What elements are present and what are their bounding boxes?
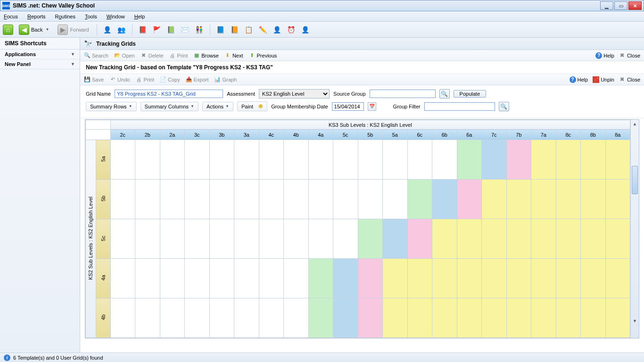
cell[interactable] bbox=[160, 298, 185, 338]
print-button[interactable]: 🖨Print bbox=[169, 52, 188, 59]
actions-dropdown[interactable]: Actions▼ bbox=[202, 102, 233, 111]
assessment-select[interactable]: KS2 English Level bbox=[259, 89, 330, 99]
cell[interactable] bbox=[482, 180, 507, 219]
col-header-5a[interactable]: 5a bbox=[383, 130, 408, 140]
minimize-button[interactable]: ▁ bbox=[600, 1, 613, 10]
group-filter-input[interactable] bbox=[424, 102, 495, 111]
cell[interactable] bbox=[457, 259, 482, 298]
col-header-3c[interactable]: 3c bbox=[185, 130, 210, 140]
toolbar-icon-7[interactable]: 👫 bbox=[194, 24, 205, 35]
cell[interactable] bbox=[556, 180, 581, 219]
cell[interactable] bbox=[531, 259, 556, 298]
cell[interactable] bbox=[358, 259, 383, 298]
cell[interactable] bbox=[605, 219, 630, 259]
populate-button[interactable]: Populate bbox=[454, 90, 486, 98]
toolbar-icon-11[interactable]: ✏️ bbox=[257, 24, 269, 35]
cell[interactable] bbox=[457, 298, 482, 338]
cell[interactable] bbox=[259, 298, 284, 338]
help-link[interactable]: ?Help bbox=[595, 52, 614, 59]
cell[interactable] bbox=[185, 180, 210, 219]
cell[interactable] bbox=[407, 219, 432, 259]
cell[interactable] bbox=[259, 259, 284, 298]
cell[interactable] bbox=[581, 219, 606, 259]
cell[interactable] bbox=[383, 298, 408, 338]
delete-button[interactable]: ✖Delete bbox=[140, 52, 164, 59]
cell[interactable] bbox=[308, 219, 333, 259]
col-header-6c[interactable]: 6c bbox=[407, 130, 432, 140]
cell[interactable] bbox=[407, 140, 432, 180]
cell[interactable] bbox=[234, 140, 259, 180]
cell[interactable] bbox=[160, 219, 185, 259]
cell[interactable] bbox=[308, 140, 333, 180]
cell[interactable] bbox=[482, 298, 507, 338]
cell[interactable] bbox=[333, 180, 358, 219]
cell[interactable] bbox=[333, 219, 358, 259]
toolbar-icon-5[interactable]: 📗 bbox=[165, 24, 177, 35]
cell[interactable] bbox=[432, 180, 457, 219]
toolbar-icon-12[interactable]: 👤 bbox=[272, 24, 283, 35]
cell[interactable] bbox=[135, 140, 160, 180]
toolbar-icon-10[interactable]: 📋 bbox=[243, 24, 255, 35]
col-header-7c[interactable]: 7c bbox=[482, 130, 507, 140]
close-link-2[interactable]: ✖Close bbox=[619, 76, 640, 83]
cell[interactable] bbox=[531, 140, 556, 180]
row-header-4b[interactable]: 4b bbox=[96, 298, 110, 338]
cell[interactable] bbox=[209, 298, 234, 338]
vertical-scrollbar[interactable]: ▲ ▼ bbox=[630, 120, 639, 338]
cell[interactable] bbox=[185, 298, 210, 338]
toolbar-icon-1[interactable]: 👤 bbox=[102, 24, 113, 35]
cell[interactable] bbox=[209, 140, 234, 180]
cell[interactable] bbox=[185, 219, 210, 259]
cell[interactable] bbox=[259, 180, 284, 219]
toolbar-icon-9[interactable]: 📙 bbox=[229, 24, 240, 35]
cell[interactable] bbox=[383, 140, 408, 180]
undo-button[interactable]: ↶Undo bbox=[109, 76, 130, 83]
cell[interactable] bbox=[482, 140, 507, 180]
sidebar-item-new-panel[interactable]: New Panel ▼ bbox=[0, 59, 80, 69]
forward-button[interactable]: ▶ Forward bbox=[55, 24, 91, 36]
col-header-5b[interactable]: 5b bbox=[358, 130, 383, 140]
cell[interactable] bbox=[407, 259, 432, 298]
menu-focus[interactable]: Focus bbox=[4, 14, 18, 19]
cell[interactable] bbox=[581, 180, 606, 219]
cell[interactable] bbox=[383, 259, 408, 298]
cell[interactable] bbox=[407, 180, 432, 219]
cell[interactable] bbox=[556, 140, 581, 180]
cell[interactable] bbox=[605, 298, 630, 338]
cell[interactable] bbox=[259, 219, 284, 259]
cell[interactable] bbox=[531, 298, 556, 338]
open-button[interactable]: 📂Open bbox=[114, 52, 135, 59]
row-header-4a[interactable]: 4a bbox=[96, 259, 110, 298]
cell[interactable] bbox=[432, 259, 457, 298]
cell[interactable] bbox=[284, 180, 309, 219]
maximize-button[interactable]: ▭ bbox=[614, 1, 627, 10]
save-button[interactable]: 💾Save bbox=[84, 76, 104, 83]
cell[interactable] bbox=[506, 140, 531, 180]
cell[interactable] bbox=[333, 259, 358, 298]
col-header-2c[interactable]: 2c bbox=[110, 130, 135, 140]
row-header-5a[interactable]: 5a bbox=[96, 140, 110, 180]
menu-routines[interactable]: Routines bbox=[55, 14, 75, 19]
cell[interactable] bbox=[110, 140, 135, 180]
cell[interactable] bbox=[160, 259, 185, 298]
cell[interactable] bbox=[432, 298, 457, 338]
col-header-8a[interactable]: 8a bbox=[605, 130, 630, 140]
membership-date-input[interactable] bbox=[332, 102, 364, 111]
browse-button[interactable]: ▦Browse bbox=[193, 52, 219, 59]
col-header-8c[interactable]: 8c bbox=[556, 130, 581, 140]
scroll-thumb[interactable] bbox=[632, 166, 638, 194]
col-header-5c[interactable]: 5c bbox=[333, 130, 358, 140]
cell[interactable] bbox=[407, 298, 432, 338]
cell[interactable] bbox=[185, 259, 210, 298]
cell[interactable] bbox=[556, 259, 581, 298]
scroll-up-icon[interactable]: ▲ bbox=[631, 120, 639, 128]
cell[interactable] bbox=[185, 140, 210, 180]
cell[interactable] bbox=[234, 219, 259, 259]
cell[interactable] bbox=[531, 219, 556, 259]
toolbar-icon-6[interactable]: ✉️ bbox=[180, 24, 191, 35]
group-filter-search-button[interactable]: 🔍 bbox=[499, 102, 509, 111]
cell[interactable] bbox=[358, 298, 383, 338]
cell[interactable] bbox=[581, 140, 606, 180]
toolbar-icon-3[interactable]: 📕 bbox=[137, 24, 149, 35]
close-link[interactable]: ✖Close bbox=[619, 52, 640, 59]
